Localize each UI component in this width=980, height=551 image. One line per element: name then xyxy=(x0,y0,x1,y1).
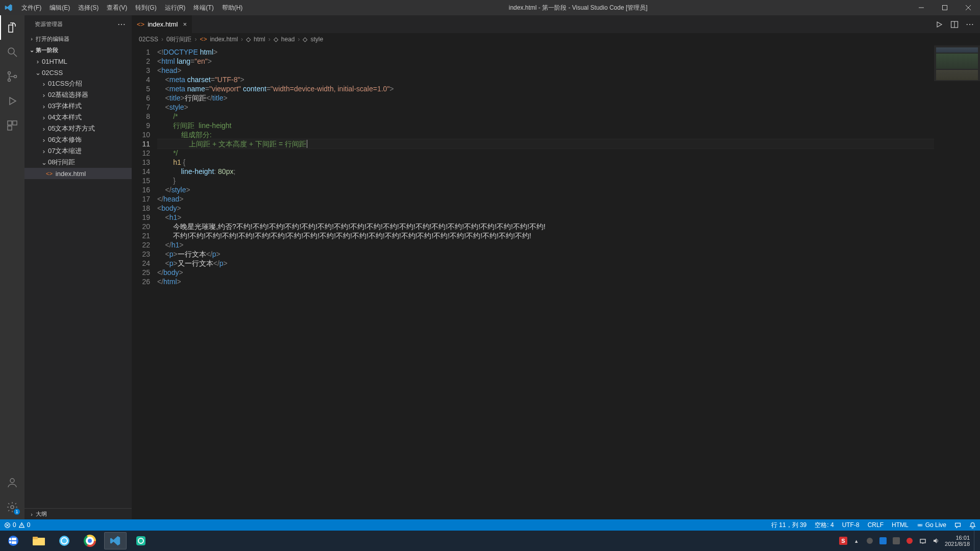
tray-volume-icon[interactable] xyxy=(932,536,941,545)
code-editor[interactable]: 1234567891011121314151617181920212223242… xyxy=(132,45,980,519)
folder-item[interactable]: ›07文本缩进 xyxy=(24,145,132,157)
split-editor-icon[interactable] xyxy=(950,20,959,29)
close-button[interactable] xyxy=(957,0,980,15)
code-content[interactable]: <!DOCTYPE html><html lang="en"><head> <m… xyxy=(157,45,980,519)
show-desktop-button[interactable] xyxy=(974,531,978,551)
folder-item[interactable]: ›04文本样式 xyxy=(24,112,132,123)
breadcrumb-part[interactable]: 08行间距 xyxy=(166,35,191,44)
window-controls xyxy=(910,0,980,15)
folder-label: 06文本修饰 xyxy=(48,135,82,144)
folder-item[interactable]: ›02基础选择器 xyxy=(24,89,132,101)
folder-item[interactable]: ›01CSS介绍 xyxy=(24,78,132,89)
menu-file[interactable]: 文件(F) xyxy=(17,0,45,15)
run-debug-icon[interactable] xyxy=(0,89,24,113)
search-icon[interactable] xyxy=(0,40,24,64)
tab-index-html[interactable]: <> index.html × xyxy=(132,15,192,33)
tray-network-icon[interactable] xyxy=(918,536,927,545)
sidebar-header: 资源管理器 ⋯ xyxy=(24,15,132,33)
maximize-button[interactable] xyxy=(933,0,957,15)
status-problems[interactable]: 0 0 xyxy=(0,521,34,529)
sidebar-more-icon[interactable]: ⋯ xyxy=(117,19,126,29)
status-bell-icon[interactable] xyxy=(965,522,980,529)
tray-ime-icon[interactable]: S xyxy=(839,536,848,545)
svg-marker-15 xyxy=(937,22,942,27)
chevron-right-icon: › xyxy=(28,36,36,42)
accounts-icon[interactable] xyxy=(0,470,24,495)
tray-icon[interactable] xyxy=(878,536,888,545)
source-control-icon[interactable] xyxy=(0,64,24,89)
menu-run[interactable]: 运行(R) xyxy=(161,0,190,15)
section-root[interactable]: ⌄ 第一阶段 xyxy=(24,44,132,56)
svg-rect-11 xyxy=(13,121,17,125)
start-button[interactable] xyxy=(2,532,24,549)
chevron-right-icon: › xyxy=(40,147,48,155)
file-explorer-button[interactable] xyxy=(28,532,50,549)
status-feedback-icon[interactable] xyxy=(950,522,965,529)
svg-rect-37 xyxy=(879,537,887,544)
taskbar-clock[interactable]: 16:01 2021/8/18 xyxy=(945,535,970,547)
menu-selection[interactable]: 选择(S) xyxy=(74,0,103,15)
breadcrumb-part[interactable]: head xyxy=(281,36,295,43)
folder-item[interactable]: ›06文本修饰 xyxy=(24,134,132,145)
settings-gear-icon[interactable]: 1 xyxy=(0,495,24,519)
folder-02css[interactable]: ⌄02CSS xyxy=(24,67,132,78)
minimize-button[interactable] xyxy=(910,0,933,15)
svg-marker-9 xyxy=(10,97,16,105)
breadcrumb-part[interactable]: 02CSS xyxy=(139,36,158,43)
status-language[interactable]: HTML xyxy=(888,521,913,529)
folder-08lineheight[interactable]: ⌄08行间距 xyxy=(24,157,132,168)
menu-view[interactable]: 查看(V) xyxy=(103,0,131,15)
app-button-2[interactable] xyxy=(130,532,152,549)
tray-icon[interactable] xyxy=(892,536,901,545)
status-golive[interactable]: Go Live xyxy=(913,521,950,529)
menu-terminal[interactable]: 终端(T) xyxy=(189,0,217,15)
file-index-html[interactable]: <>index.html xyxy=(24,168,132,179)
svg-point-23 xyxy=(8,536,18,546)
menu-help[interactable]: 帮助(H) xyxy=(218,0,247,15)
svg-point-13 xyxy=(10,479,14,483)
tray-icon[interactable] xyxy=(905,536,914,545)
section-outline[interactable]: › 大纲 xyxy=(24,508,132,519)
menu-edit[interactable]: 编辑(E) xyxy=(45,0,74,15)
app-button-1[interactable] xyxy=(53,532,76,549)
status-spaces[interactable]: 空格: 4 xyxy=(811,521,838,530)
extensions-icon[interactable] xyxy=(0,113,24,138)
chevron-down-icon: ⌄ xyxy=(40,159,48,166)
status-bar: 0 0 行 11，列 39 空格: 4 UTF-8 CRLF HTML Go L… xyxy=(0,519,980,531)
folder-label: 02CSS xyxy=(42,69,63,77)
breadcrumb-part[interactable]: html xyxy=(254,36,265,43)
menu-go[interactable]: 转到(G) xyxy=(131,0,160,15)
chevron-right-icon: › xyxy=(34,58,42,65)
breadcrumbs[interactable]: 02CSS› 08行间距› <> index.html› ◇ html› ◇ h… xyxy=(132,33,980,45)
explorer-sidebar: 资源管理器 ⋯ › 打开的编辑器 ⌄ 第一阶段 ›01HTML ⌄02CSS ›… xyxy=(24,15,132,519)
minimap-slider[interactable] xyxy=(934,45,980,81)
breadcrumb-part[interactable]: style xyxy=(310,36,323,43)
svg-rect-12 xyxy=(8,126,12,130)
status-eol[interactable]: CRLF xyxy=(864,521,888,529)
tab-label: index.html xyxy=(148,20,178,28)
run-icon[interactable] xyxy=(935,20,943,29)
warning-count: 0 xyxy=(27,521,31,529)
status-cursor[interactable]: 行 11，列 39 xyxy=(767,521,811,530)
chevron-right-icon: › xyxy=(40,125,48,133)
minimap[interactable] xyxy=(934,45,980,519)
folder-01html[interactable]: ›01HTML xyxy=(24,56,132,67)
tray-icon[interactable] xyxy=(865,536,874,545)
vscode-button[interactable] xyxy=(104,532,127,549)
section-open-editors[interactable]: › 打开的编辑器 xyxy=(24,33,132,44)
title-bar: 文件(F) 编辑(E) 选择(S) 查看(V) 转到(G) 运行(R) 终端(T… xyxy=(0,0,980,15)
settings-badge: 1 xyxy=(14,509,20,515)
close-tab-icon[interactable]: × xyxy=(183,20,187,28)
more-actions-icon[interactable]: ⋯ xyxy=(966,19,974,29)
folder-label: 05文本对齐方式 xyxy=(48,124,95,133)
tray-up-icon[interactable]: ▴ xyxy=(852,536,861,545)
folder-item[interactable]: ›05文本对齐方式 xyxy=(24,123,132,134)
status-encoding[interactable]: UTF-8 xyxy=(838,521,864,529)
section-open-editors-label: 打开的编辑器 xyxy=(36,35,69,43)
breadcrumb-part[interactable]: index.html xyxy=(210,36,238,43)
explorer-icon[interactable] xyxy=(0,15,24,40)
folder-label: 08行间距 xyxy=(48,158,75,167)
folder-item[interactable]: ›03字体样式 xyxy=(24,101,132,112)
chrome-button[interactable] xyxy=(79,532,101,549)
clock-date: 2021/8/18 xyxy=(945,541,970,547)
